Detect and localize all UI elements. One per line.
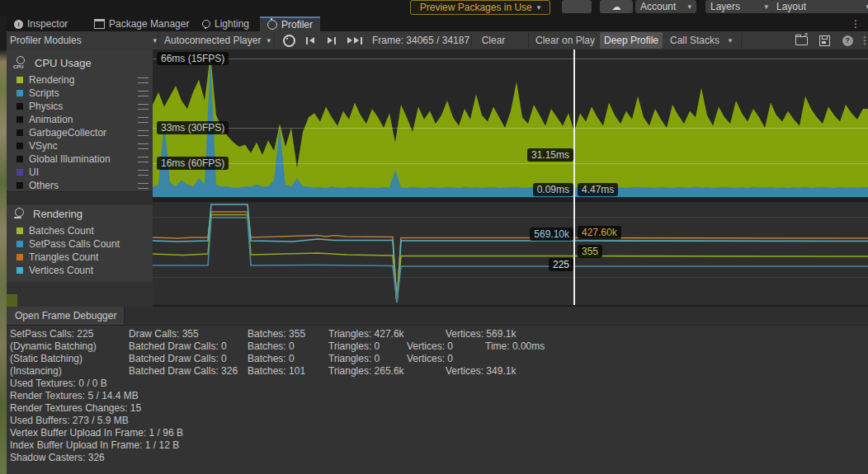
legend-color-swatch[interactable] — [17, 182, 23, 189]
open-frame-debugger-button[interactable]: Open Frame Debugger — [7, 307, 125, 325]
legend-color-swatch[interactable] — [17, 254, 23, 260]
target-player-dropdown[interactable]: Autoconnected Player ▾ — [164, 31, 271, 49]
legend-color-swatch[interactable] — [17, 241, 23, 247]
toolbar-separator — [741, 33, 742, 48]
stat-value: Triangles: 265.6k — [328, 365, 404, 378]
save-profile-button[interactable] — [814, 31, 835, 49]
stat-value: SetPass Calls: 225 — [10, 328, 93, 340]
legend-color-swatch[interactable] — [17, 90, 23, 96]
layout-label: Layout — [776, 1, 806, 12]
stat-value: Render Textures Changes: 15 — [10, 402, 141, 415]
legend-item[interactable]: VSync — [7, 139, 153, 153]
toolbar-separator — [471, 33, 472, 48]
record-button[interactable] — [279, 31, 299, 49]
previous-frame-icon — [306, 37, 308, 45]
cursor-value-badge: 355 — [578, 245, 602, 258]
chevron-down-icon: ▾ — [687, 3, 691, 11]
legend-label: SetPass Calls Count — [29, 238, 120, 250]
call-stacks-button[interactable]: Call Stacks — [666, 31, 724, 49]
legend-item[interactable]: Others — [7, 179, 153, 192]
legend-color-swatch[interactable] — [17, 103, 23, 110]
legend-item[interactable]: UI — [7, 166, 153, 179]
window-menu-kebab-icon[interactable]: ⋮ — [851, 18, 861, 30]
stat-value: Batched Draw Calls: 0 — [129, 340, 227, 353]
rendering-legend: Batches CountSetPass Calls CountTriangle… — [7, 224, 153, 277]
legend-color-swatch[interactable] — [17, 156, 23, 162]
toolbar-menu-kebab-icon[interactable]: ⋮ — [858, 31, 868, 49]
cpu-usage-chart[interactable] — [153, 49, 868, 198]
rendering-series-line — [153, 212, 868, 303]
legend-item[interactable]: Batches Count — [7, 224, 153, 237]
legend-label: UI — [29, 167, 39, 178]
chevron-down-icon: ▾ — [537, 4, 541, 12]
stat-value: (Instancing) — [10, 365, 62, 378]
play-controls-button[interactable] — [562, 0, 592, 13]
stat-value: Batches: 355 — [248, 328, 305, 340]
previous-frame-button[interactable] — [300, 31, 320, 49]
rendering-module-header[interactable]: Rendering — [7, 203, 153, 224]
legend-color-swatch[interactable] — [17, 169, 23, 176]
legend-item[interactable]: Triangles Count — [7, 251, 153, 264]
tab-inspector[interactable]: i Inspector — [7, 16, 75, 31]
legend-color-swatch[interactable] — [17, 267, 23, 274]
help-button[interactable]: ? — [837, 31, 858, 49]
profiler-modules-label: Profiler Modules — [10, 35, 82, 46]
drag-handle-icon[interactable] — [138, 143, 149, 149]
legend-item[interactable]: GarbageCollector — [7, 126, 153, 139]
legend-color-swatch[interactable] — [17, 143, 23, 149]
legend-item[interactable]: Rendering — [7, 73, 153, 87]
chevron-down-icon: ▾ — [153, 37, 157, 45]
legend-item[interactable]: Vertices Count — [7, 264, 153, 277]
profiler-modules-dropdown[interactable]: Profiler Modules ▾ — [8, 31, 163, 49]
drag-handle-icon[interactable] — [138, 170, 149, 176]
drag-handle-icon[interactable] — [138, 104, 149, 110]
tab-package-manager[interactable]: Package Manager — [87, 16, 196, 31]
drag-handle-icon[interactable] — [138, 183, 149, 189]
load-profile-button[interactable] — [790, 31, 812, 49]
legend-label: Triangles Count — [29, 251, 98, 263]
info-icon: i — [14, 20, 23, 29]
clear-on-play-button[interactable]: Clear on Play — [533, 31, 597, 49]
stat-value: Used Buffers: 273 / 5.9 MB — [10, 415, 129, 427]
legend-item[interactable]: Physics — [7, 100, 153, 113]
clear-button[interactable]: Clear — [475, 31, 512, 49]
preview-packages-button[interactable]: Preview Packages in Use ▾ — [410, 0, 550, 15]
account-dropdown[interactable]: Account ▾ — [635, 0, 696, 13]
stat-value: Batched Draw Calls: 326 — [129, 365, 238, 378]
call-stacks-dropdown[interactable]: ▾ — [724, 31, 737, 49]
stat-value: Triangles: 427.6k — [328, 328, 404, 340]
current-frame-button[interactable] — [343, 31, 366, 49]
drag-handle-icon[interactable] — [138, 157, 149, 162]
tab-profiler[interactable]: Profiler — [260, 16, 320, 31]
legend-label: GarbageCollector — [29, 127, 106, 138]
toolbar-separator — [158, 33, 158, 48]
stat-value: Time: 0.00ms — [485, 340, 545, 353]
drag-handle-icon[interactable] — [138, 77, 149, 83]
package-icon — [94, 19, 105, 29]
drag-handle-icon[interactable] — [138, 130, 149, 136]
cpu-legend: RenderingScriptsPhysicsAnimationGarbageC… — [7, 73, 153, 192]
rendering-chart[interactable] — [153, 202, 868, 305]
layout-dropdown[interactable]: Layout ▾ — [771, 0, 868, 13]
layers-dropdown[interactable]: Layers ▾ — [705, 0, 773, 13]
legend-color-swatch[interactable] — [17, 228, 23, 234]
legend-item[interactable]: Animation — [7, 113, 153, 126]
cloud-button[interactable]: ☁ — [600, 0, 633, 13]
legend-color-swatch[interactable] — [17, 77, 23, 83]
frame-cursor-playhead[interactable] — [573, 49, 575, 305]
legend-color-swatch[interactable] — [17, 116, 23, 123]
module-title: Rendering — [33, 208, 83, 220]
drag-handle-icon[interactable] — [138, 91, 149, 96]
legend-item[interactable]: Global Illumination — [7, 153, 153, 166]
cursor-value-badge: 427.60k — [578, 226, 621, 239]
drag-handle-icon[interactable] — [138, 117, 149, 123]
legend-item[interactable]: Scripts — [7, 87, 153, 100]
legend-item[interactable]: SetPass Calls Count — [7, 237, 153, 251]
stat-value: Vertices: 349.1k — [446, 365, 516, 378]
deep-profile-toggle[interactable]: Deep Profile — [600, 32, 663, 49]
cpu-usage-module-header[interactable]: CPU CPU Usage — [7, 52, 153, 73]
stat-value: (Static Batching) — [10, 353, 83, 365]
next-frame-button[interactable] — [322, 31, 342, 49]
legend-color-swatch[interactable] — [17, 129, 23, 136]
tab-lighting[interactable]: Lighting — [195, 16, 257, 31]
